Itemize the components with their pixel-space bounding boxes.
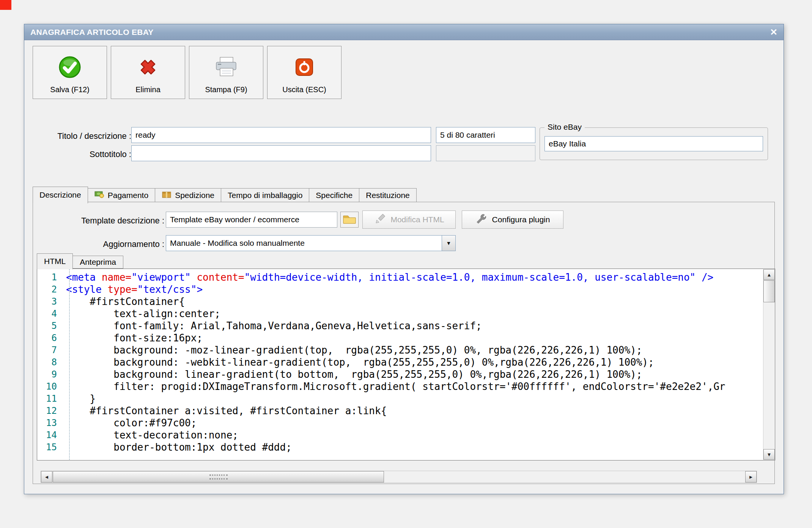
scroll-thumb-grip (209, 475, 228, 479)
line-number: 3 (37, 295, 62, 308)
package-icon (162, 190, 172, 200)
line-number: 13 (37, 417, 62, 429)
ebay-site-field[interactable]: eBay Italia (544, 136, 763, 151)
title-bar[interactable]: ANAGRAFICA ARTICOLO EBAY ✕ (24, 24, 784, 40)
arrow-up-icon: ▲ (767, 272, 772, 278)
scroll-down-button[interactable]: ▼ (763, 449, 775, 460)
code-text: <meta name="viewport" content="width=dev… (62, 271, 713, 283)
code-text: font-family: Arial,Tahoma,Verdana,Geneva… (62, 320, 482, 332)
browse-template-button[interactable] (340, 212, 359, 228)
exit-button[interactable]: Uscita (ESC) (267, 46, 341, 99)
power-icon (293, 53, 316, 82)
tab-descrizione[interactable]: Descrizione (33, 187, 88, 203)
char-counter-field: 5 di 80 caratteri (436, 127, 535, 143)
line-number: 7 (37, 344, 62, 356)
line-number: 8 (37, 356, 62, 368)
tab-restituzione[interactable]: Restituzione (359, 188, 417, 202)
tab-anteprima-label: Anteprima (80, 258, 116, 267)
line-number: 14 (37, 429, 62, 441)
line-number: 11 (37, 393, 62, 405)
code-text: background: -webkit-linear-gradient(top,… (62, 356, 654, 368)
tab-spedizione-label: Spedizione (175, 191, 214, 200)
scroll-up-button[interactable]: ▲ (763, 269, 775, 280)
arrow-right-icon: ► (749, 474, 754, 480)
code-line: 14 text-decoration:none; (37, 429, 763, 441)
code-text: text-align:center; (62, 308, 220, 320)
code-line: 3 #firstContainer{ (37, 295, 763, 308)
line-number: 15 (37, 441, 62, 453)
code-line: 5 font-family: Arial,Tahoma,Verdana,Gene… (37, 320, 763, 332)
arrow-left-icon: ◄ (44, 474, 49, 480)
delete-button[interactable]: Elimina (111, 46, 185, 99)
window-title: ANAGRAFICA ARTICOLO EBAY (30, 28, 154, 37)
code-line: 7 background: -moz-linear-gradient(top, … (37, 344, 763, 356)
line-number: 6 (37, 332, 62, 344)
scroll-right-button[interactable]: ► (745, 471, 757, 482)
edit-html-button[interactable]: Modifica HTML (362, 211, 456, 229)
configure-plugin-button-label: Configura plugin (492, 215, 550, 224)
configure-plugin-button[interactable]: Configura plugin (462, 211, 563, 229)
delete-button-label: Elimina (135, 85, 161, 94)
money-icon (94, 190, 104, 200)
update-mode-label: Aggiornamento : (53, 239, 164, 249)
horizontal-scrollbar[interactable]: ◄ ► (41, 471, 757, 483)
tab-pagamento[interactable]: Pagamento (88, 188, 155, 202)
subtitle-counter-field (436, 145, 535, 161)
update-mode-value: Manuale - Modifica solo manualmente (170, 239, 305, 248)
title-input[interactable]: ready (131, 127, 431, 143)
screen-corner-marker (0, 0, 11, 10)
tab-specifiche[interactable]: Specifiche (309, 188, 359, 202)
scroll-left-button[interactable]: ◄ (41, 471, 52, 482)
code-line: 11 } (37, 393, 763, 405)
line-number: 10 (37, 380, 62, 393)
toolbar: Salva (F12) Elimina Stampa (33, 46, 341, 99)
main-tabstrip: Descrizione Pagamento Spedi (33, 186, 417, 203)
code-text: color:#f97c00; (62, 417, 197, 429)
tab-html[interactable]: HTML (37, 253, 73, 269)
vertical-scroll-thumb[interactable] (763, 280, 775, 302)
title-input-value: ready (135, 130, 156, 140)
tab-tempo-di-imballaggio[interactable]: Tempo di imballaggio (221, 188, 309, 202)
arrow-down-icon: ▼ (767, 452, 772, 457)
close-icon[interactable]: ✕ (770, 28, 777, 37)
char-counter-text: 5 di 80 caratteri (440, 130, 495, 140)
code-line: 15 border-bottom:1px dotted #ddd; (37, 441, 763, 453)
template-input[interactable]: Template eBay wonder / ecommerce (166, 212, 337, 228)
tab-restituzione-label: Restituzione (366, 191, 410, 200)
code-text: <style type="text/css"> (62, 283, 203, 295)
update-mode-select[interactable]: Manuale - Modifica solo manualmente ▼ (166, 235, 456, 251)
subtitle-input[interactable] (131, 145, 431, 161)
edit-html-button-label: Modifica HTML (390, 215, 444, 224)
code-line: 4 text-align:center; (37, 308, 763, 320)
tab-descrizione-label: Descrizione (39, 190, 81, 200)
print-button[interactable]: Stampa (F9) (189, 46, 263, 99)
html-code-editor[interactable]: 1<meta name="viewport" content="width=de… (37, 269, 775, 460)
check-circle-icon (57, 53, 83, 82)
line-number: 4 (37, 308, 62, 320)
code-text: #firstContainer a:visited, #firstContain… (62, 405, 387, 417)
combo-dropdown-button[interactable]: ▼ (442, 236, 455, 251)
tab-spedizione[interactable]: Spedizione (155, 188, 221, 202)
tab-anteprima[interactable]: Anteprima (73, 256, 123, 269)
title-field-label: Titolo / descrizione : (39, 131, 131, 141)
tab-pagamento-label: Pagamento (108, 191, 148, 200)
horizontal-scroll-thumb[interactable] (53, 471, 384, 482)
anagrafica-articolo-ebay-window: ANAGRAFICA ARTICOLO EBAY ✕ Salva (F12) E… (24, 24, 784, 494)
subtitle-field-label: Sottotitolo : (39, 149, 131, 159)
code-text: filter: progid:DXImageTransform.Microsof… (62, 380, 725, 393)
code-line: 8 background: -webkit-linear-gradient(to… (37, 356, 763, 368)
save-button[interactable]: Salva (F12) (33, 46, 107, 99)
red-x-icon (135, 53, 161, 82)
code-line: 13 color:#f97c00; (37, 417, 763, 429)
desktop: { "colors": { "titlebar_from": "#b0c1d6"… (0, 0, 812, 528)
template-field-label: Template descrizione : (53, 216, 164, 226)
ebay-site-group-label: Sito eBay (544, 123, 585, 132)
line-number: 1 (37, 271, 62, 283)
vertical-scrollbar[interactable]: ▲ ▼ (763, 269, 774, 460)
code-text: font-size:16px; (62, 332, 203, 344)
code-lines[interactable]: 1<meta name="viewport" content="width=de… (37, 271, 763, 460)
tab-html-label: HTML (44, 257, 66, 266)
line-number: 2 (37, 283, 62, 295)
code-line: 6 font-size:16px; (37, 332, 763, 344)
code-line: 12 #firstContainer a:visited, #firstCont… (37, 405, 763, 417)
